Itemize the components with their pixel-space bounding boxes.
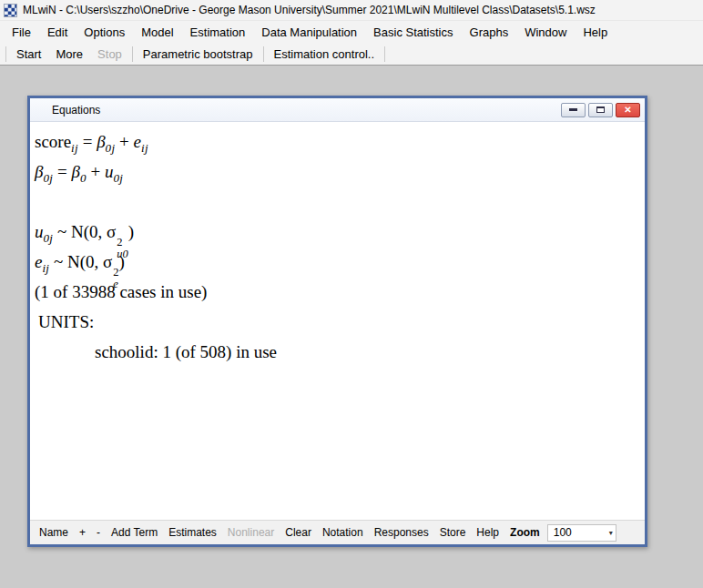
eq-toolbar-clear[interactable]: Clear xyxy=(280,523,317,542)
eq-toolbar-responses[interactable]: Responses xyxy=(369,523,434,542)
maximize-button[interactable] xyxy=(588,103,613,117)
equation-line: (1 of 33988 cases in use) xyxy=(35,277,637,307)
equations-toolbar-buttons: Name+-Add TermEstimatesNonlinearClearNot… xyxy=(34,523,545,542)
equations-titlebar[interactable]: Equations ✕ xyxy=(30,98,645,122)
toolbar-button-start[interactable]: Start xyxy=(9,45,48,64)
eq-toolbar-estimates[interactable]: Estimates xyxy=(163,523,222,542)
close-icon: ✕ xyxy=(624,106,631,115)
menu-window[interactable]: Window xyxy=(516,22,575,43)
toolbar-button-parametric-bootstrap[interactable]: Parametric bootstrap xyxy=(136,45,260,64)
eq-toolbar-add-term[interactable]: Add Term xyxy=(106,523,163,542)
toolbar-button-more[interactable]: More xyxy=(48,45,90,64)
maximize-icon xyxy=(596,106,605,113)
toolbar-separator xyxy=(263,46,264,62)
toolbar-separator xyxy=(384,46,385,62)
toolbar-separator xyxy=(132,46,133,62)
eq-toolbar-notation[interactable]: Notation xyxy=(317,523,369,542)
toolbar-button-estimation-control[interactable]: Estimation control.. xyxy=(267,45,382,64)
zoom-value: 100 xyxy=(554,526,572,539)
app-titlebar[interactable]: MLwiN - C:\Users\szzho\OneDrive - George… xyxy=(0,0,703,21)
equation-line: β0j = β0 + u0j xyxy=(35,157,637,187)
eq-toolbar-help[interactable]: Help xyxy=(471,523,504,542)
eq-toolbar-zoom[interactable]: Zoom xyxy=(504,523,545,542)
eq-toolbar-name[interactable]: Name xyxy=(34,523,74,542)
menu-bar: FileEditOptionsModelEstimationData Manip… xyxy=(0,21,703,44)
equations-title: Equations xyxy=(52,104,100,117)
menu-basic-statistics[interactable]: Basic Statistics xyxy=(365,22,461,43)
eq-toolbar-nonlinear: Nonlinear xyxy=(222,523,280,542)
chevron-down-icon[interactable]: ▾ xyxy=(609,529,616,537)
eq-toolbar-minus[interactable]: - xyxy=(91,523,106,542)
menu-file[interactable]: File xyxy=(4,22,39,43)
minimize-icon xyxy=(569,108,577,111)
app-title: MLwiN - C:\Users\szzho\OneDrive - George… xyxy=(23,4,596,16)
menu-estimation[interactable]: Estimation xyxy=(182,22,254,43)
zoom-combobox[interactable]: 100 ▾ xyxy=(547,524,616,542)
equations-content: scoreij = β0j + eijβ0j = β0 + u0ju0j ~ N… xyxy=(30,122,645,520)
equations-toolbar: Name+-Add TermEstimatesNonlinearClearNot… xyxy=(30,520,645,544)
minimize-button[interactable] xyxy=(561,103,586,117)
toolbar-button-stop: Stop xyxy=(90,45,129,64)
equations-window: Equations ✕ scoreij = β0j + eijβ0j = β0 … xyxy=(27,96,647,547)
equation-line: UNITS: xyxy=(35,307,637,337)
menu-edit[interactable]: Edit xyxy=(39,22,76,43)
main-toolbar: StartMoreStopParametric bootstrapEstimat… xyxy=(0,44,703,66)
equation-line xyxy=(35,187,637,217)
close-button[interactable]: ✕ xyxy=(616,103,640,117)
mlwin-app-icon xyxy=(4,4,17,17)
equation-line: schoolid: 1 (of 508) in use xyxy=(35,337,637,367)
equation-line: u0j ~ N(0, σ2u0) xyxy=(35,217,637,247)
eq-toolbar-plus[interactable]: + xyxy=(74,523,91,542)
toolbar-separator xyxy=(5,46,6,62)
menu-options[interactable]: Options xyxy=(76,22,133,43)
menu-data-manipulation[interactable]: Data Manipulation xyxy=(253,22,365,43)
menu-model[interactable]: Model xyxy=(133,22,181,43)
menu-graphs[interactable]: Graphs xyxy=(462,22,517,43)
window-controls: ✕ xyxy=(561,103,640,117)
equation-line: scoreij = β0j + eij xyxy=(35,127,637,157)
eq-toolbar-store[interactable]: Store xyxy=(434,523,472,542)
menu-help[interactable]: Help xyxy=(575,22,616,43)
workspace: Equations ✕ scoreij = β0j + eijβ0j = β0 … xyxy=(0,66,703,588)
